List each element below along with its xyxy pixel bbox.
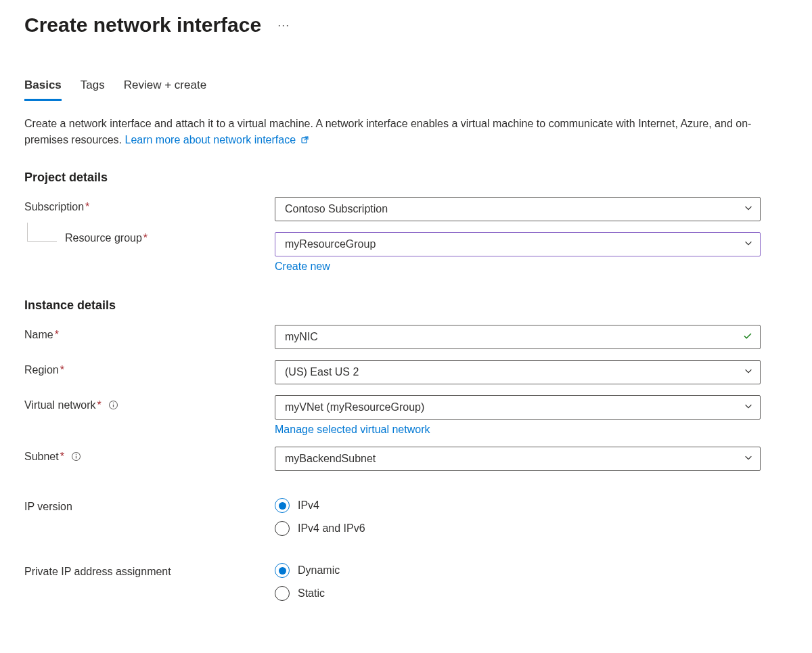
learn-more-link[interactable]: Learn more about network interface bbox=[125, 134, 309, 145]
name-value: myNIC bbox=[285, 331, 318, 343]
ip-version-both-label: IPv4 and IPv6 bbox=[298, 522, 365, 535]
resource-group-label: Resource group* bbox=[65, 232, 148, 244]
region-select[interactable]: (US) East US 2 bbox=[275, 360, 761, 384]
ip-version-ipv4[interactable]: IPv4 bbox=[275, 498, 761, 513]
chevron-down-icon bbox=[744, 238, 753, 250]
external-link-icon bbox=[300, 133, 309, 149]
subscription-value: Contoso Subscription bbox=[285, 203, 388, 215]
tab-review-create[interactable]: Review + create bbox=[124, 74, 206, 101]
ip-assignment-dynamic[interactable]: Dynamic bbox=[275, 563, 761, 578]
subnet-value: myBackendSubnet bbox=[285, 453, 376, 465]
chevron-down-icon bbox=[744, 401, 753, 413]
tree-indent-icon bbox=[27, 223, 57, 242]
radio-icon bbox=[275, 498, 290, 513]
info-icon[interactable] bbox=[108, 400, 118, 413]
subscription-label: Subscription* bbox=[24, 197, 275, 213]
ip-version-ipv4-label: IPv4 bbox=[298, 499, 319, 512]
chevron-down-icon bbox=[744, 366, 753, 378]
ip-assignment-static[interactable]: Static bbox=[275, 586, 761, 601]
section-instance-details: Instance details bbox=[24, 298, 788, 313]
chevron-down-icon bbox=[744, 203, 753, 215]
ip-assignment-label: Private IP address assignment bbox=[24, 562, 275, 578]
info-icon[interactable] bbox=[71, 451, 81, 464]
region-value: (US) East US 2 bbox=[285, 366, 359, 378]
ip-assignment-dynamic-label: Dynamic bbox=[298, 564, 340, 577]
tab-basics[interactable]: Basics bbox=[24, 74, 62, 101]
chevron-down-icon bbox=[744, 453, 753, 465]
page-title: Create network interface bbox=[24, 14, 261, 37]
subscription-select[interactable]: Contoso Subscription bbox=[275, 197, 761, 221]
virtual-network-label: Virtual network* bbox=[24, 395, 275, 413]
section-project-details: Project details bbox=[24, 171, 788, 185]
svg-point-3 bbox=[113, 403, 114, 404]
tab-bar: Basics Tags Review + create bbox=[24, 74, 788, 101]
more-actions-button[interactable]: ··· bbox=[273, 16, 294, 35]
subnet-label: Subnet* bbox=[24, 447, 275, 464]
manage-vnet-link[interactable]: Manage selected virtual network bbox=[275, 424, 430, 436]
ip-assignment-static-label: Static bbox=[298, 587, 325, 600]
virtual-network-select[interactable]: myVNet (myResourceGroup) bbox=[275, 395, 761, 420]
subnet-select[interactable]: myBackendSubnet bbox=[275, 447, 761, 471]
radio-icon bbox=[275, 586, 290, 601]
tab-tags[interactable]: Tags bbox=[81, 74, 105, 101]
learn-more-link-text: Learn more about network interface bbox=[125, 134, 296, 145]
svg-point-6 bbox=[76, 454, 77, 455]
ip-assignment-radio-group: Dynamic Static bbox=[275, 562, 761, 601]
virtual-network-value: myVNet (myResourceGroup) bbox=[285, 401, 424, 413]
create-new-resource-group-link[interactable]: Create new bbox=[275, 261, 330, 273]
ip-version-ipv4-ipv6[interactable]: IPv4 and IPv6 bbox=[275, 521, 761, 536]
intro-text: Create a network interface and attach it… bbox=[24, 116, 769, 149]
radio-icon bbox=[275, 521, 290, 536]
resource-group-select[interactable]: myResourceGroup bbox=[275, 232, 761, 256]
name-input[interactable]: myNIC bbox=[275, 325, 761, 349]
name-label: Name* bbox=[24, 325, 275, 341]
checkmark-icon bbox=[742, 330, 753, 344]
ip-version-radio-group: IPv4 IPv4 and IPv6 bbox=[275, 497, 761, 536]
radio-icon bbox=[275, 563, 290, 578]
ip-version-label: IP version bbox=[24, 497, 275, 513]
resource-group-value: myResourceGroup bbox=[285, 238, 376, 250]
region-label: Region* bbox=[24, 360, 275, 376]
